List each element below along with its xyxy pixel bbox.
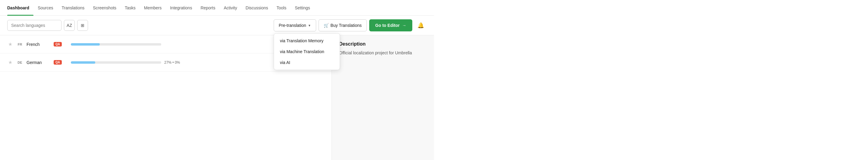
- dropdown-item[interactable]: via Translation Memory: [274, 35, 340, 46]
- nav-item-tools[interactable]: Tools: [272, 0, 290, 16]
- notifications-button[interactable]: 🔔: [415, 19, 427, 31]
- nav-item-sources[interactable]: Sources: [33, 0, 57, 16]
- buy-translations-label: Buy Translations: [331, 23, 362, 28]
- language-code: DE: [16, 61, 24, 64]
- pre-translation-label: Pre-translation: [279, 23, 306, 28]
- language-name: German: [27, 60, 51, 65]
- nav-item-tasks[interactable]: Tasks: [121, 0, 140, 16]
- cart-icon: 🛒: [324, 23, 329, 28]
- nav-item-activity[interactable]: Activity: [219, 0, 241, 16]
- progress-bar-fill: [71, 61, 95, 64]
- grid-icon: ⊞: [81, 23, 84, 28]
- sort-az-icon: AZ: [67, 23, 72, 28]
- status-badge: QA: [54, 60, 62, 64]
- bell-icon: 🔔: [417, 22, 424, 29]
- progress-bar-track: [71, 43, 161, 46]
- pre-translation-button[interactable]: Pre-translation ▼: [274, 19, 316, 31]
- nav-item-discussions[interactable]: Discussions: [241, 0, 273, 16]
- arrow-right-icon: →: [402, 23, 406, 28]
- dropdown-item[interactable]: via AI: [274, 57, 340, 68]
- chevron-down-icon: ▼: [308, 24, 311, 27]
- search-input[interactable]: [7, 20, 61, 31]
- status-badge: QA: [54, 42, 62, 47]
- nav-item-members[interactable]: Members: [140, 0, 166, 16]
- nav-item-translations[interactable]: Translations: [57, 0, 89, 16]
- sort-button[interactable]: AZ: [64, 20, 75, 31]
- star-icon[interactable]: ★: [7, 59, 13, 65]
- pre-translation-wrapper: Pre-translation ▼ via Translation Memory…: [274, 19, 316, 31]
- dropdown-item[interactable]: via Machine Translation: [274, 46, 340, 57]
- toolbar: AZ ⊞ Pre-translation ▼ via Translation M…: [0, 16, 434, 35]
- pre-translation-dropdown: via Translation Memoryvia Machine Transl…: [274, 33, 340, 70]
- progress-bar-fill: [71, 43, 100, 46]
- language-code: FR: [16, 43, 24, 46]
- go-to-editor-label: Go to Editor: [375, 23, 400, 28]
- go-to-editor-button[interactable]: Go to Editor →: [369, 19, 412, 31]
- nav-item-screenshots[interactable]: Screenshots: [89, 0, 121, 16]
- content-area: ★FRFrenchQA★DEGermanQA27% • 0% Descripti…: [0, 35, 434, 160]
- progress-bar-track: [71, 61, 161, 64]
- language-name: French: [27, 42, 51, 47]
- nav-bar: DashboardSourcesTranslationsScreenshotsT…: [0, 0, 434, 16]
- star-icon[interactable]: ★: [7, 42, 13, 47]
- nav-item-dashboard[interactable]: Dashboard: [7, 0, 33, 16]
- grid-view-button[interactable]: ⊞: [77, 20, 88, 31]
- description-text: Official localization project for Umbrel…: [339, 50, 427, 55]
- buy-translations-button[interactable]: 🛒 Buy Translations: [318, 19, 367, 31]
- description-panel: Description Official localization projec…: [332, 35, 434, 160]
- nav-item-reports[interactable]: Reports: [196, 0, 219, 16]
- progress-text: 27% • 0%: [164, 60, 180, 64]
- nav-item-integrations[interactable]: Integrations: [166, 0, 196, 16]
- nav-item-settings[interactable]: Settings: [290, 0, 314, 16]
- description-title: Description: [339, 42, 427, 47]
